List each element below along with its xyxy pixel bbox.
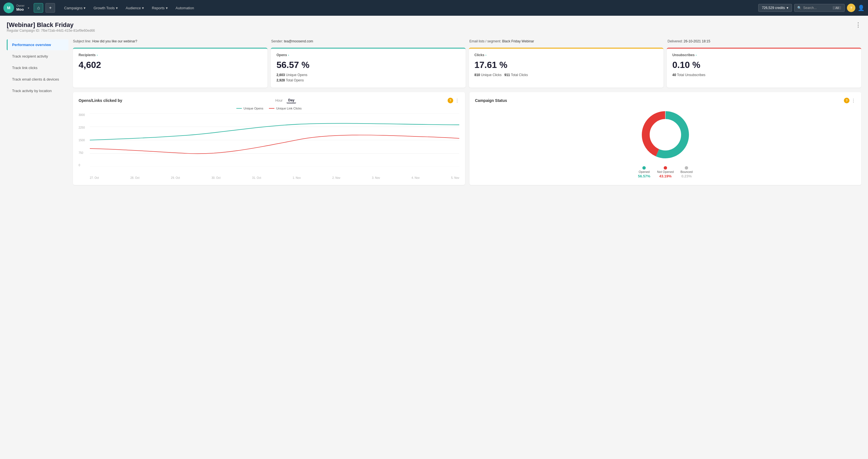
stat-card-clicks: Clicks › 17.61 % 810 Unique Clicks 911 T… <box>469 48 663 88</box>
recipients-value: 4,602 <box>79 60 262 70</box>
charts-row: Opens/Links clicked by Hour Day ? ⋮ <box>73 92 861 185</box>
tab-day[interactable]: Day <box>286 98 296 103</box>
owner-chevron-icon[interactable]: ▾ <box>28 6 29 9</box>
donut-chart-title: Campaign Status <box>475 98 507 103</box>
credits-button[interactable]: 726,529 credits ▾ <box>758 4 792 12</box>
reports-chevron-icon: ▾ <box>166 6 168 10</box>
donut-wrap: Opened 56.57% Not Opened 43.19% Bounced <box>475 107 856 178</box>
opens-arrow-icon: › <box>288 54 289 57</box>
sidebar-item-performance[interactable]: Performance overview <box>7 39 68 50</box>
content-layout: Performance overview Track recipient act… <box>7 39 861 185</box>
recipients-arrow-icon: › <box>97 54 98 57</box>
donut-chart-more-icon[interactable]: ⋮ <box>851 98 856 103</box>
meta-subject: Subject line: How did you like our webin… <box>73 39 267 43</box>
legend-unique-clicks-label: Unique Link Clicks <box>276 107 301 110</box>
sidebar-item-recipient-activity[interactable]: Track recipient activity <box>7 51 68 62</box>
line-chart-title: Opens/Links clicked by <box>79 98 122 103</box>
search-filter-all[interactable]: All <box>833 6 841 9</box>
line-chart-controls: Hour Day <box>274 98 296 103</box>
add-button[interactable]: + <box>45 3 55 12</box>
legend-unique-clicks: Unique Link Clicks <box>269 107 301 110</box>
nav-right: 726,529 credits ▾ 🔍 All ? 👤 <box>758 4 865 12</box>
y-axis-labels: 3000 2250 1500 750 0 <box>79 114 85 167</box>
line-chart-legend: Unique Opens Unique Link Clicks <box>79 107 459 110</box>
audience-chevron-icon: ▾ <box>142 6 144 10</box>
stat-card-unsubscribes: Unsubscribes › 0.10 % 40 Total Unsubscri… <box>667 48 861 88</box>
app-logo[interactable]: M <box>3 2 14 13</box>
opens-value: 56.57 % <box>276 60 460 70</box>
sidebar: Performance overview Track recipient act… <box>7 39 68 185</box>
sidebar-item-email-clients[interactable]: Track email clients & devices <box>7 74 68 85</box>
x-axis-labels: 27. Oct 28. Oct 29. Oct 30. Oct 31. Oct … <box>79 176 459 179</box>
profile-icon[interactable]: 👤 <box>858 4 865 11</box>
nav-menu: Campaigns ▾ Growth Tools ▾ Audience ▾ Re… <box>61 4 756 12</box>
line-chart-help-icon[interactable]: ? <box>447 98 453 103</box>
legend-unique-opens-label: Unique Opens <box>244 107 263 110</box>
nav-reports[interactable]: Reports ▾ <box>149 4 171 12</box>
page-content: [Webinar] Black Friday Regular Campaign … <box>0 16 868 191</box>
page-more-button[interactable]: ⋮ <box>855 21 861 29</box>
nav-owner: Owner Moo <box>16 4 24 11</box>
tab-hour[interactable]: Hour <box>274 98 284 103</box>
donut-opened-label: Opened <box>639 170 650 174</box>
home-button[interactable]: ⌂ <box>34 3 43 12</box>
campaigns-chevron-icon: ▾ <box>84 6 86 10</box>
donut-not-opened-label: Not Opened <box>657 170 674 174</box>
donut-chart-help-icon[interactable]: ? <box>844 98 849 103</box>
donut-opened-value: 56.57% <box>638 174 650 178</box>
donut-legend-bounced: Bounced 0.23% <box>681 166 692 178</box>
nav-campaigns[interactable]: Campaigns ▾ <box>61 4 89 12</box>
donut-legend: Opened 56.57% Not Opened 43.19% Bounced <box>638 166 692 178</box>
line-chart-header: Opens/Links clicked by Hour Day ? ⋮ <box>79 98 459 103</box>
nav-automation[interactable]: Automation <box>172 4 197 12</box>
meta-sender: Sender: tea@moosend.com <box>271 39 465 43</box>
main-content: Subject line: How did you like our webin… <box>73 39 861 185</box>
opens-header[interactable]: Opens › <box>276 53 460 57</box>
credits-label: 726,529 credits <box>762 6 785 10</box>
unsubscribes-value: 0.10 % <box>673 60 856 70</box>
donut-legend-opened: Opened 56.57% <box>638 166 650 178</box>
search-box: 🔍 All <box>794 4 845 12</box>
donut-bounced-label: Bounced <box>681 170 692 174</box>
search-icon: 🔍 <box>797 6 802 10</box>
line-chart-card: Opens/Links clicked by Hour Day ? ⋮ <box>73 92 465 185</box>
unsubscribes-arrow-icon: › <box>696 54 696 57</box>
nav-audience[interactable]: Audience ▾ <box>122 4 147 12</box>
clicks-value: 17.61 % <box>474 60 658 70</box>
opens-detail: 2,603 Unique Opens 2,928 Total Opens <box>276 72 460 83</box>
donut-not-opened-value: 43.19% <box>659 174 672 178</box>
donut-chart-card: Campaign Status ? ⋮ <box>469 92 862 185</box>
legend-teal-dot <box>236 108 242 109</box>
sidebar-item-link-clicks[interactable]: Track link clicks <box>7 62 68 73</box>
line-chart-more-icon[interactable]: ⋮ <box>455 98 459 103</box>
search-input[interactable] <box>803 6 831 10</box>
recipients-header[interactable]: Recipients › <box>79 53 262 57</box>
unsubscribes-header[interactable]: Unsubscribes › <box>673 53 856 57</box>
help-icon[interactable]: ? <box>847 4 856 12</box>
donut-opened-dot <box>642 166 646 170</box>
donut-not-opened-dot <box>664 166 667 170</box>
donut-chart-actions: ? ⋮ <box>844 98 856 103</box>
line-chart-svg-wrap <box>90 114 459 167</box>
clicks-header[interactable]: Clicks › <box>474 53 658 57</box>
meta-delivered: Delivered: 26-10-2021 18:15 <box>668 39 861 43</box>
meta-list: Email lists / segment: Black Friday Webi… <box>469 39 663 43</box>
line-chart-svg <box>90 114 459 167</box>
line-chart-area: 3000 2250 1500 750 0 <box>79 114 459 175</box>
stat-cards: Recipients › 4,602 Opens › 56.57 % 2,603… <box>73 48 861 88</box>
page-title: [Webinar] Black Friday Regular Campaign … <box>7 21 95 38</box>
credits-chevron-icon: ▾ <box>786 6 788 10</box>
donut-bounced-value: 0.23% <box>681 174 692 178</box>
clicks-detail: 810 Unique Clicks 911 Total Clicks <box>474 72 658 78</box>
donut-legend-not-opened: Not Opened 43.19% <box>657 166 674 178</box>
clicks-arrow-icon: › <box>486 54 486 57</box>
navbar: M Owner Moo ▾ ⌂ + Campaigns ▾ Growth Too… <box>0 0 868 16</box>
donut-chart-header: Campaign Status ? ⋮ <box>475 98 856 103</box>
stat-card-recipients: Recipients › 4,602 <box>73 48 268 88</box>
nav-growth-tools[interactable]: Growth Tools ▾ <box>90 4 121 12</box>
line-chart-actions: ? ⋮ <box>447 98 459 103</box>
donut-chart-svg <box>637 107 693 163</box>
donut-bounced-dot <box>685 166 688 170</box>
sidebar-item-location[interactable]: Track activity by location <box>7 85 68 96</box>
unsubscribes-detail: 40 Total Unsubscribes <box>673 72 856 78</box>
